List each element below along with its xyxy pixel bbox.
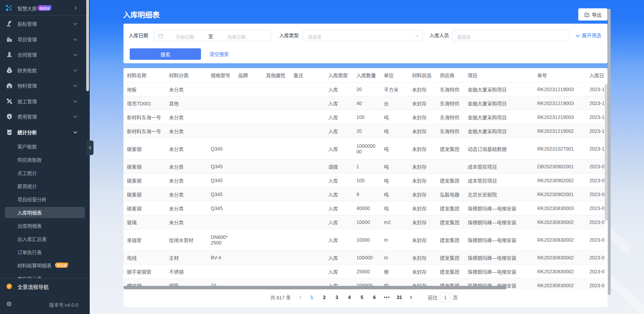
svg-text:¥: ¥ [8, 115, 10, 119]
svg-text:¥: ¥ [9, 70, 10, 73]
